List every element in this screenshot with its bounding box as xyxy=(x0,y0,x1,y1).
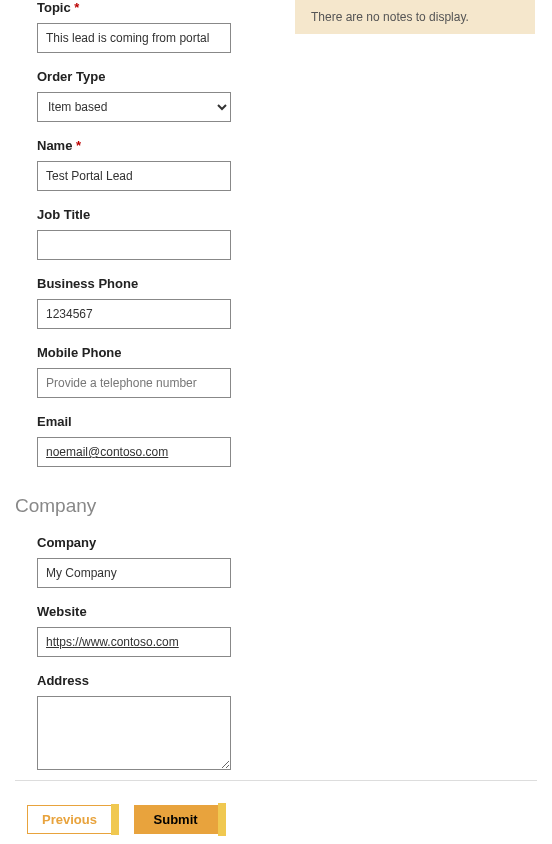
name-field-group: Name * xyxy=(15,138,275,191)
notes-empty-box: There are no notes to display. xyxy=(295,0,535,34)
notes-empty-text: There are no notes to display. xyxy=(311,10,469,24)
website-field-group: Website xyxy=(15,604,275,657)
topic-label-text: Topic xyxy=(37,0,71,15)
website-label: Website xyxy=(37,604,275,619)
required-marker: * xyxy=(74,0,79,15)
email-label: Email xyxy=(37,414,275,429)
name-label-text: Name xyxy=(37,138,72,153)
topic-input[interactable] xyxy=(37,23,231,53)
order-type-field-group: Order Type Item based xyxy=(15,69,275,122)
name-label: Name * xyxy=(37,138,275,153)
submit-button[interactable]: Submit xyxy=(134,805,218,834)
job-title-field-group: Job Title xyxy=(15,207,275,260)
company-label: Company xyxy=(37,535,275,550)
business-phone-field-group: Business Phone xyxy=(15,276,275,329)
company-field-group: Company xyxy=(15,535,275,588)
form-container: Topic * Order Type Item based Name * Job… xyxy=(0,0,552,789)
business-phone-input[interactable] xyxy=(37,299,231,329)
email-field-group: Email xyxy=(15,414,275,467)
main-column: Topic * Order Type Item based Name * Job… xyxy=(15,0,295,789)
mobile-phone-input[interactable] xyxy=(37,368,231,398)
mobile-phone-field-group: Mobile Phone xyxy=(15,345,275,398)
address-textarea[interactable] xyxy=(37,696,231,770)
website-input[interactable] xyxy=(37,627,231,657)
order-type-label: Order Type xyxy=(37,69,275,84)
business-phone-label: Business Phone xyxy=(37,276,275,291)
previous-button[interactable]: Previous xyxy=(27,805,112,834)
topic-field-group: Topic * xyxy=(15,0,275,53)
topic-label: Topic * xyxy=(37,0,275,15)
name-input[interactable] xyxy=(37,161,231,191)
mobile-phone-label: Mobile Phone xyxy=(37,345,275,360)
address-label: Address xyxy=(37,673,275,688)
order-type-select[interactable]: Item based xyxy=(37,92,231,122)
side-column: There are no notes to display. xyxy=(295,0,535,789)
company-input[interactable] xyxy=(37,558,231,588)
email-input[interactable] xyxy=(37,437,231,467)
job-title-label: Job Title xyxy=(37,207,275,222)
required-marker: * xyxy=(76,138,81,153)
form-footer: Previous Submit xyxy=(15,780,537,834)
address-field-group: Address xyxy=(15,673,275,773)
job-title-input[interactable] xyxy=(37,230,231,260)
company-section-heading: Company xyxy=(15,495,275,517)
